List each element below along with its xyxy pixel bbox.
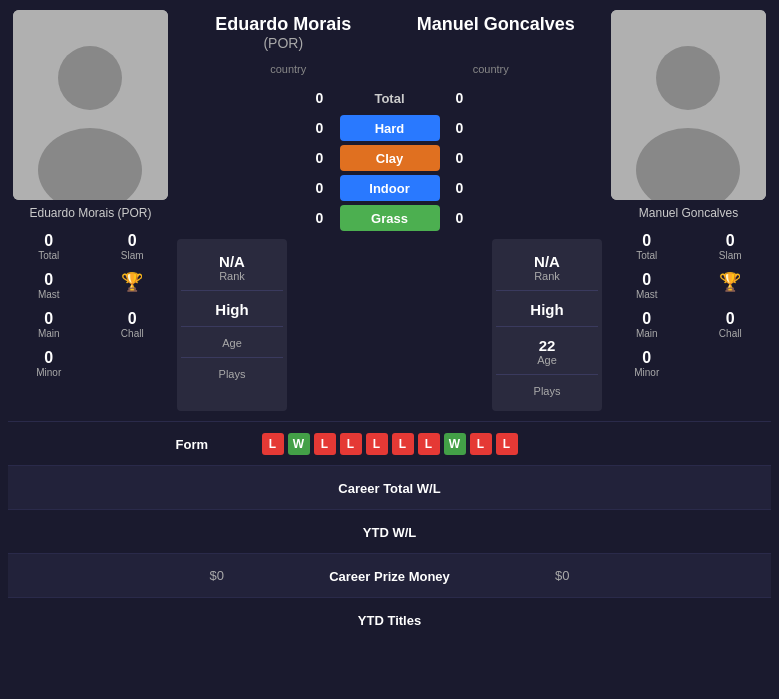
svg-point-4 xyxy=(656,46,720,110)
left-age-row: Age xyxy=(181,329,283,358)
left-stat-slam: 0 Slam xyxy=(92,228,174,265)
right-player-avatar xyxy=(611,10,766,200)
form-badge-l: L xyxy=(496,433,518,455)
right-prize: $0 xyxy=(555,568,755,583)
info-boxes: N/A Rank High Age Plays N/A xyxy=(177,239,602,411)
left-player-name: Eduardo Morais (POR) xyxy=(29,206,151,220)
career-wl-row: Career Total W/L xyxy=(8,465,771,509)
surface-row-indoor: 0 Indoor 0 xyxy=(177,175,602,201)
right-stat-chall: 0 Chall xyxy=(690,306,772,343)
form-badge-l: L xyxy=(470,433,492,455)
left-stat-chall: 0 Chall xyxy=(92,306,174,343)
right-stat-main: 0 Main xyxy=(606,306,688,343)
right-stat-minor: 0 Minor xyxy=(606,345,688,382)
right-player-name: Manuel Goncalves xyxy=(639,206,738,220)
ytd-wl-row: YTD W/L xyxy=(8,509,771,553)
left-plays-row: Plays xyxy=(181,360,283,388)
left-stat-main: 0 Main xyxy=(8,306,90,343)
right-stat-total: 0 Total xyxy=(606,228,688,265)
form-badge-l: L xyxy=(340,433,362,455)
right-info-panel: N/A Rank High 22 Age Plays xyxy=(492,239,602,411)
ytd-titles-row: YTD Titles xyxy=(8,597,771,641)
left-high-row: High xyxy=(181,293,283,327)
form-badge-l: L xyxy=(392,433,414,455)
right-high-row: High xyxy=(496,293,598,327)
right-player-stats: 0 Total 0 Slam 0 Mast 🏆 0 Main 0 Chall xyxy=(606,228,771,382)
right-stat-slam: 0 Slam xyxy=(690,228,772,265)
right-country-img: country xyxy=(390,59,593,77)
player-names-wrapper: Eduardo Morais (POR) Manuel Goncalves xyxy=(177,10,602,55)
right-stat-mast: 0 Mast xyxy=(606,267,688,304)
form-badge-l: L xyxy=(418,433,440,455)
center-column: Eduardo Morais (POR) Manuel Goncalves co… xyxy=(177,10,602,411)
country-row: country country xyxy=(177,59,602,77)
left-player-stats: 0 Total 0 Slam 0 Mast 🏆 0 Main 0 Chall xyxy=(8,228,173,382)
left-stat-minor: 0 Minor xyxy=(8,345,90,382)
left-rank-row: N/A Rank xyxy=(181,245,283,291)
right-trophy-icon: 🏆 xyxy=(690,267,772,304)
form-badge-l: L xyxy=(262,433,284,455)
left-player-card: Eduardo Morais (POR) 0 Total 0 Slam 0 Ma… xyxy=(8,10,173,411)
left-player-avatar xyxy=(13,10,168,200)
surface-row-total: 0 Total 0 xyxy=(177,85,602,111)
right-rank-row: N/A Rank xyxy=(496,245,598,291)
right-name-center: Manuel Goncalves xyxy=(390,10,603,55)
surface-row-hard: 0 Hard 0 xyxy=(177,115,602,141)
right-plays-row: Plays xyxy=(496,377,598,405)
left-country-img: country xyxy=(187,59,390,77)
form-badge-w: W xyxy=(444,433,466,455)
left-trophy-icon: 🏆 xyxy=(92,267,174,304)
left-name-center: Eduardo Morais (POR) xyxy=(177,10,390,55)
left-stat-mast: 0 Mast xyxy=(8,267,90,304)
right-age-row: 22 Age xyxy=(496,329,598,375)
surface-rows: 0 Total 0 0 Hard 0 0 Clay 0 0 Indoor 0 xyxy=(177,85,602,231)
career-prize-row: $0 Career Prize Money $0 xyxy=(8,553,771,597)
surface-row-grass: 0 Grass 0 xyxy=(177,205,602,231)
left-prize: $0 xyxy=(24,568,224,583)
form-badge-w: W xyxy=(288,433,310,455)
svg-point-1 xyxy=(58,46,122,110)
form-badge-l: L xyxy=(314,433,336,455)
surface-row-clay: 0 Clay 0 xyxy=(177,145,602,171)
form-badges-container: LWLLLLLWLL xyxy=(224,433,555,455)
form-badge-l: L xyxy=(366,433,388,455)
left-stat-total: 0 Total xyxy=(8,228,90,265)
form-row: Form LWLLLLLWLL xyxy=(8,421,771,465)
bottom-section: Form LWLLLLLWLL Career Total W/L YTD W/L… xyxy=(0,421,779,641)
left-info-panel: N/A Rank High Age Plays xyxy=(177,239,287,411)
right-player-card: Manuel Goncalves 0 Total 0 Slam 0 Mast 🏆… xyxy=(606,10,771,411)
